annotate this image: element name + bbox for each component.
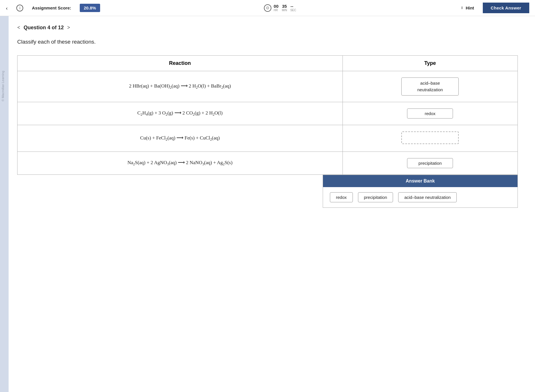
answer-box-2[interactable]: redox xyxy=(407,108,453,119)
hint-icon: ♀ xyxy=(460,5,464,11)
reaction-4: Na2S(aq) + 2 AgNO3(aq) ⟶ 2 NaNO3(aq) + A… xyxy=(17,152,343,175)
bank-item-precipitation[interactable]: precipitation xyxy=(358,192,393,202)
table-row: 2 HBr(aq) + Ba(OH)2(aq) ⟶ 2 H2O(l) + BaB… xyxy=(17,71,518,102)
hint-button[interactable]: ♀ Hint xyxy=(460,5,474,11)
reaction-1: 2 HBr(aq) + Ba(OH)2(aq) ⟶ 2 H2O(l) + BaB… xyxy=(17,71,343,102)
answer-bank-items: redox precipitation acid–base neutraliza… xyxy=(323,187,518,207)
timer-display: 00 35 -- HR MIN SEC xyxy=(274,4,296,12)
table-row: Na2S(aq) + 2 AgNO3(aq) ⟶ 2 NaNO3(aq) + A… xyxy=(17,152,518,175)
answer-box-4[interactable]: precipitation xyxy=(407,158,453,168)
table-row: C2H4(g) + 3 O2(g) ⟶ 2 CO2(g) + 2 H2O(l) … xyxy=(17,102,518,125)
header: ‹ i Assignment Score: 20.8% ⊙ 00 35 -- H… xyxy=(0,0,535,16)
question-nav: < Question 4 of 12 > xyxy=(17,25,518,31)
type-cell-2[interactable]: redox xyxy=(343,102,518,125)
reactions-table: Reaction Type 2 HBr(aq) + Ba(OH)2(aq) ⟶ … xyxy=(17,55,518,175)
check-answer-button[interactable]: Check Answer xyxy=(483,3,529,13)
info-icon[interactable]: i xyxy=(16,5,23,11)
question-label: Question 4 of 12 xyxy=(24,25,64,31)
answer-bank-header: Answer Bank xyxy=(323,175,518,187)
type-cell-4[interactable]: precipitation xyxy=(343,152,518,175)
timer-icon: ⊙ xyxy=(264,4,271,12)
reaction-3: Cu(s) + FeCl2(aq) ⟶ Fe(s) + CuCl2(aq) xyxy=(17,125,343,152)
timer-section: ⊙ 00 35 -- HR MIN SEC xyxy=(264,4,296,12)
next-question-button[interactable]: > xyxy=(67,25,70,31)
table-row: Cu(s) + FeCl2(aq) ⟶ Fe(s) + CuCl2(aq) xyxy=(17,125,518,152)
answer-box-3-empty[interactable] xyxy=(401,131,459,144)
back-navigation-button[interactable]: ‹ xyxy=(6,4,8,12)
reaction-column-header: Reaction xyxy=(17,56,343,71)
reaction-2: C2H4(g) + 3 O2(g) ⟶ 2 CO2(g) + 2 H2O(l) xyxy=(17,102,343,125)
type-cell-1[interactable]: acid–baseneutralization xyxy=(343,71,518,102)
instructions-text: Classify each of these reactions. xyxy=(17,39,518,45)
score-badge: 20.8% xyxy=(80,4,100,12)
answer-bank: Answer Bank redox precipitation acid–bas… xyxy=(323,175,518,208)
type-column-header: Type xyxy=(343,56,518,71)
prev-question-button[interactable]: < xyxy=(17,25,20,31)
assignment-score-label: Assignment Score: xyxy=(32,5,71,10)
main-content: < Question 4 of 12 > Classify each of th… xyxy=(0,16,535,225)
bank-item-redox[interactable]: redox xyxy=(330,192,353,202)
bank-item-acid-base[interactable]: acid–base neutralization xyxy=(398,192,457,202)
answer-box-1[interactable]: acid–baseneutralization xyxy=(401,77,459,96)
type-cell-3[interactable] xyxy=(343,125,518,152)
